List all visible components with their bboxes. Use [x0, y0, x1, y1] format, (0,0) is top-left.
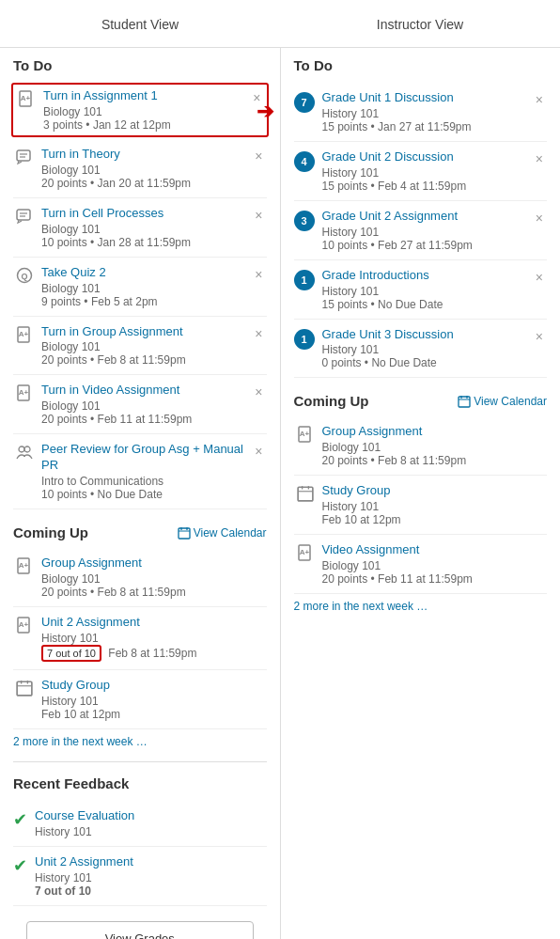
instr-item-2-close[interactable]: × [532, 149, 547, 168]
todo-item-assignment-1: A+ Turn in Assignment 1 Biology 101 3 po… [11, 83, 269, 137]
columns-body: To Do A+ Turn in Assignment 1 Biology 10… [0, 48, 560, 939]
student-more-link[interactable]: 2 more in the next week … [13, 735, 267, 748]
student-view-calendar-label: View Calendar [194, 526, 267, 540]
instructor-column: To Do ➔ 7 Grade Unit 1 Discussion Histor… [281, 48, 561, 622]
todo-item-4-close[interactable]: × [251, 265, 266, 284]
instr-item-1-subtitle: History 101 [322, 107, 528, 120]
feedback-1-subtitle: History 101 [35, 825, 267, 838]
instr-cu-item-2-detail: Feb 10 at 12pm [322, 513, 548, 526]
todo-item-7-subtitle: Intro to Communications [41, 475, 247, 488]
instr-more-link[interactable]: 2 more in the next week … [294, 600, 548, 613]
cu-item-2-detail: 7 out of 10 Feb 8 at 11:59pm [41, 645, 267, 662]
instr-item-5-title[interactable]: Grade Unit 3 Discussion [322, 327, 528, 343]
instr-item-4-subtitle: History 101 [322, 285, 528, 298]
todo-item-3-close[interactable]: × [251, 206, 266, 225]
svg-text:A+: A+ [19, 330, 29, 338]
instr-item-2-title[interactable]: Grade Unit 2 Discussion [322, 149, 528, 165]
todo-item-7-close[interactable]: × [251, 442, 266, 461]
instr-item-5-detail: 0 points • No Due Date [322, 356, 528, 369]
instr-todo-item-1: ➔ 7 Grade Unit 1 Discussion History 101 … [294, 83, 548, 142]
todo-item-4-title[interactable]: Take Quiz 2 [41, 265, 247, 281]
feedback-item-course-eval: ✔ Course Evaluation History 101 [13, 801, 267, 847]
instr-cu-item-1: A+ Group Assignment Biology 101 20 point… [294, 416, 548, 476]
instr-cu-item-2-title[interactable]: Study Group [322, 483, 548, 499]
todo-item-5-subtitle: Biology 101 [41, 340, 247, 353]
feedback-2-title[interactable]: Unit 2 Assignment [35, 854, 267, 870]
instr-cu-item-1-subtitle: Biology 101 [322, 441, 548, 454]
instr-item-1-close[interactable]: × [532, 90, 547, 109]
peer-review-icon [13, 444, 36, 461]
todo-item-5-title[interactable]: Turn in Group Assignment [41, 324, 247, 340]
cu-item-2-date: Feb 8 at 11:59pm [108, 647, 196, 660]
instr-item-1-content: Grade Unit 1 Discussion History 101 15 p… [322, 90, 528, 133]
todo-item-6-content: Turn in Video Assignment Biology 101 20 … [41, 383, 247, 426]
badge-1a: 1 [294, 270, 315, 290]
instr-todo-item-5: 1 Grade Unit 3 Discussion History 101 0 … [294, 320, 548, 379]
todo-item-1-title[interactable]: Turn in Assignment 1 [43, 88, 245, 104]
svg-text:A+: A+ [299, 548, 309, 556]
instr-item-4-close[interactable]: × [532, 268, 547, 287]
badge-7: 7 [294, 92, 315, 113]
instr-item-3-close[interactable]: × [532, 209, 547, 227]
instr-item-4-title[interactable]: Grade Introductions [322, 268, 528, 284]
cu-item-1-content: Group Assignment Biology 101 20 points •… [41, 556, 267, 599]
cu-assign-icon-1: A+ [13, 557, 36, 574]
instr-item-4-content: Grade Introductions History 101 15 point… [322, 268, 528, 311]
cu-item-3-detail: Feb 10 at 12pm [41, 708, 267, 721]
instr-cu-item-3-detail: 20 points • Feb 11 at 11:59pm [322, 572, 548, 586]
badge-3: 3 [294, 211, 315, 231]
student-view-calendar-btn[interactable]: View Calendar [178, 526, 267, 540]
student-coming-up-header: Coming Up View Calendar [13, 524, 267, 540]
discussion-icon-3 [13, 208, 36, 225]
todo-item-2-title[interactable]: Turn in Theory [41, 147, 247, 163]
columns-header: Student View Instructor View [0, 9, 560, 48]
cu-item-3-subtitle: History 101 [41, 695, 267, 708]
todo-item-5-close[interactable]: × [251, 324, 266, 343]
instr-item-3-content: Grade Unit 2 Assignment History 101 10 p… [322, 209, 528, 252]
instructor-todo-title: To Do [294, 57, 548, 73]
svg-point-14 [19, 446, 24, 452]
svg-point-15 [24, 446, 30, 452]
cu-item-2-title[interactable]: Unit 2 Assignment [41, 615, 267, 631]
instr-item-1-detail: 15 points • Jan 27 at 11:59pm [322, 120, 528, 133]
todo-item-3-title[interactable]: Turn in Cell Processes [41, 206, 247, 222]
instr-view-calendar-btn[interactable]: View Calendar [458, 395, 547, 408]
student-column: To Do A+ Turn in Assignment 1 Biology 10… [0, 48, 280, 939]
instr-cu-item-1-title[interactable]: Group Assignment [322, 424, 548, 440]
instr-todo-item-2: 4 Grade Unit 2 Discussion History 101 15… [294, 142, 548, 201]
recent-feedback-title: Recent Feedback [13, 775, 267, 791]
todo-item-2-close[interactable]: × [251, 147, 266, 165]
instr-todo-item-3: 3 Grade Unit 2 Assignment History 101 10… [294, 201, 548, 260]
instr-cu-item-3-title[interactable]: Video Assignment [322, 542, 548, 558]
cu-item-2-subtitle: History 101 [41, 632, 267, 645]
svg-text:A+: A+ [19, 620, 29, 629]
instr-cu-item-3-content: Video Assignment Biology 101 20 points •… [322, 542, 548, 586]
todo-item-5-detail: 20 points • Feb 8 at 11:59pm [41, 353, 247, 367]
todo-item-4-subtitle: Biology 101 [41, 282, 247, 295]
todo-item-6-close[interactable]: × [251, 383, 266, 401]
view-grades-button[interactable]: View Grades [26, 921, 254, 939]
instr-item-3-subtitle: History 101 [322, 226, 528, 239]
todo-item-2-content: Turn in Theory Biology 101 20 points • J… [41, 147, 247, 190]
cu-assign-icon-2: A+ [13, 617, 36, 634]
cu-item-1-title[interactable]: Group Assignment [41, 556, 267, 571]
svg-text:A+: A+ [19, 561, 29, 570]
todo-item-4-detail: 9 points • Feb 5 at 2pm [41, 295, 247, 308]
todo-item-group-assignment: A+ Turn in Group Assignment Biology 101 … [13, 317, 267, 376]
feedback-1-title[interactable]: Course Evaluation [35, 808, 267, 824]
instr-item-3-title[interactable]: Grade Unit 2 Assignment [322, 209, 528, 225]
cu-item-3-title[interactable]: Study Group [41, 678, 267, 694]
todo-item-6-title[interactable]: Turn in Video Assignment [41, 383, 247, 399]
instr-item-2-content: Grade Unit 2 Discussion History 101 15 p… [322, 149, 528, 193]
instr-item-1-title[interactable]: Grade Unit 1 Discussion [322, 90, 528, 106]
todo-item-7-content: Peer Review for Group Asg + Manual PR In… [41, 442, 247, 501]
badge-1b: 1 [294, 329, 315, 350]
video-assign-icon: A+ [13, 384, 36, 401]
todo-item-7-title[interactable]: Peer Review for Group Asg + Manual PR [41, 442, 247, 474]
svg-rect-34 [298, 488, 313, 502]
instr-calendar-icon [294, 485, 317, 502]
instr-item-5-close[interactable]: × [532, 327, 547, 346]
todo-item-4-content: Take Quiz 2 Biology 101 9 points • Feb 5… [41, 265, 247, 308]
instr-item-5-content: Grade Unit 3 Discussion History 101 0 po… [322, 327, 528, 370]
svg-rect-16 [179, 528, 190, 539]
